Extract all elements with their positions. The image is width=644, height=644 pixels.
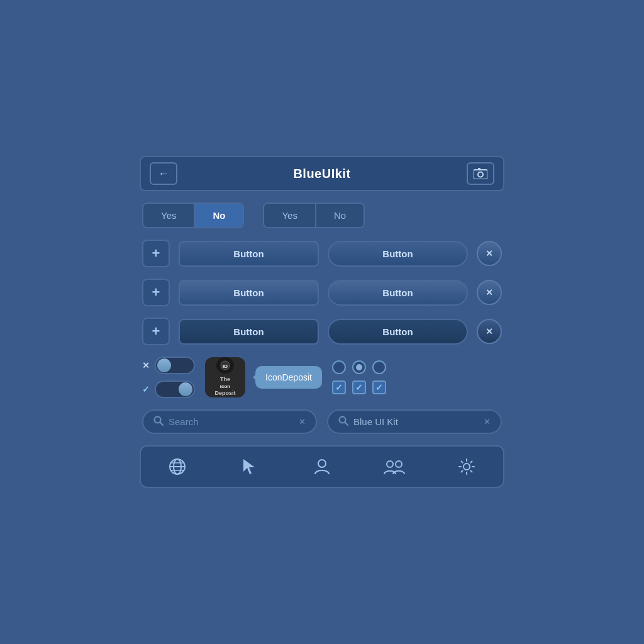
svg-rect-2 — [478, 168, 480, 170]
search-clear-2[interactable]: ✕ — [484, 417, 491, 426]
rect-button-1[interactable]: Button — [179, 241, 319, 267]
close-button-1[interactable]: ✕ — [477, 241, 502, 266]
nav-bar: ← BlueUIkit — [140, 156, 504, 191]
switch-track-on[interactable] — [155, 380, 195, 398]
plus-button-2[interactable]: + — [142, 279, 170, 306]
radio-checkbox-col: ✓ ✓ ✓ — [332, 360, 386, 394]
toggle-switches: ✕ ✓ — [142, 357, 195, 398]
radio-inner-2 — [356, 364, 362, 370]
search-clear-1[interactable]: ✕ — [299, 417, 306, 426]
radio-button-2[interactable] — [352, 360, 366, 374]
radio-row — [332, 360, 386, 374]
tab-settings[interactable] — [450, 453, 484, 480]
pill-button-3[interactable]: Button — [328, 319, 468, 345]
close-button-2[interactable]: ✕ — [477, 280, 502, 305]
button-row-3: + Button Button ✕ — [140, 318, 504, 345]
search-input-filled[interactable] — [353, 416, 479, 427]
toggle-switch-on-row: ✓ — [142, 380, 195, 398]
toggle-x-icon: ✕ — [142, 360, 150, 370]
toggle-no-2[interactable]: No — [315, 204, 364, 227]
toggle-groups-row: Yes No Yes No — [140, 203, 504, 228]
radio-button-3[interactable] — [372, 360, 386, 374]
toggle-check-icon: ✓ — [142, 384, 150, 394]
app-title: BlueUIkit — [293, 167, 350, 181]
globe-icon — [169, 458, 186, 475]
svg-point-18 — [464, 464, 470, 470]
toggle-switch-off-row: ✕ — [142, 357, 195, 374]
search-icon-2 — [338, 416, 348, 428]
tab-globe[interactable] — [160, 453, 194, 480]
svg-point-15 — [318, 460, 326, 467]
svg-point-16 — [387, 461, 393, 467]
tab-bar — [140, 445, 504, 488]
tab-user[interactable] — [305, 453, 339, 480]
deposit-logo-icon: ID — [220, 360, 230, 370]
toggle-yes-2[interactable]: Yes — [264, 204, 314, 227]
rect-button-3[interactable]: Button — [179, 319, 319, 345]
plus-button-1[interactable]: + — [142, 240, 170, 267]
ui-kit-container: ← BlueUIkit Yes No Yes No + Button Butto… — [127, 143, 517, 501]
button-row-2: + Button Button ✕ — [140, 279, 504, 306]
switch-thumb-off — [157, 358, 171, 372]
cursor-icon — [242, 458, 257, 475]
toggle-group-1: Yes No — [142, 203, 244, 228]
settings-icon — [458, 458, 475, 475]
switch-thumb-on — [179, 382, 192, 396]
checkbox-row: ✓ ✓ ✓ — [332, 380, 386, 394]
toggle-group-2: Yes No — [263, 203, 365, 228]
tab-group[interactable] — [377, 453, 411, 480]
search-row: ✕ ✕ — [140, 409, 504, 434]
controls-row: ✕ ✓ ID The icon — [140, 357, 504, 398]
svg-line-6 — [160, 423, 164, 426]
icon-deposit-label: The icon Deposit — [214, 376, 235, 397]
icon-deposit-card: ID The icon Deposit — [205, 357, 245, 397]
rect-button-2[interactable]: Button — [179, 280, 319, 306]
plus-button-3[interactable]: + — [142, 318, 170, 345]
checkbox-1[interactable]: ✓ — [332, 380, 346, 394]
checkbox-3[interactable]: ✓ — [372, 380, 386, 394]
pill-button-1[interactable]: Button — [328, 241, 468, 267]
tooltip-bubble: IconDeposit — [255, 366, 322, 389]
svg-line-8 — [345, 423, 348, 426]
switch-track-off[interactable] — [155, 357, 195, 374]
svg-rect-0 — [474, 170, 487, 179]
svg-marker-14 — [243, 459, 255, 474]
svg-point-17 — [396, 461, 402, 467]
search-icon-1 — [153, 416, 164, 428]
camera-button[interactable] — [467, 162, 494, 185]
svg-text:ID: ID — [223, 364, 228, 369]
search-input-empty[interactable] — [169, 416, 294, 427]
svg-point-1 — [478, 172, 483, 177]
tab-cursor[interactable] — [233, 453, 267, 480]
checkbox-2[interactable]: ✓ — [352, 380, 366, 394]
close-button-3[interactable]: ✕ — [477, 319, 502, 344]
toggle-no-1[interactable]: No — [194, 204, 243, 227]
search-bar-filled: ✕ — [327, 409, 502, 434]
back-button[interactable]: ← — [150, 162, 177, 185]
search-bar-empty: ✕ — [142, 409, 317, 434]
camera-icon — [474, 168, 487, 179]
back-arrow-icon: ← — [158, 167, 169, 180]
icon-deposit-badge: ID — [216, 357, 234, 374]
pill-button-2[interactable]: Button — [328, 280, 468, 306]
user-icon — [314, 458, 330, 475]
toggle-yes-1[interactable]: Yes — [143, 204, 194, 227]
tooltip-text: IconDeposit — [265, 372, 312, 382]
group-icon — [384, 458, 405, 475]
radio-button-1[interactable] — [332, 360, 346, 374]
button-row-1: + Button Button ✕ — [140, 240, 504, 267]
